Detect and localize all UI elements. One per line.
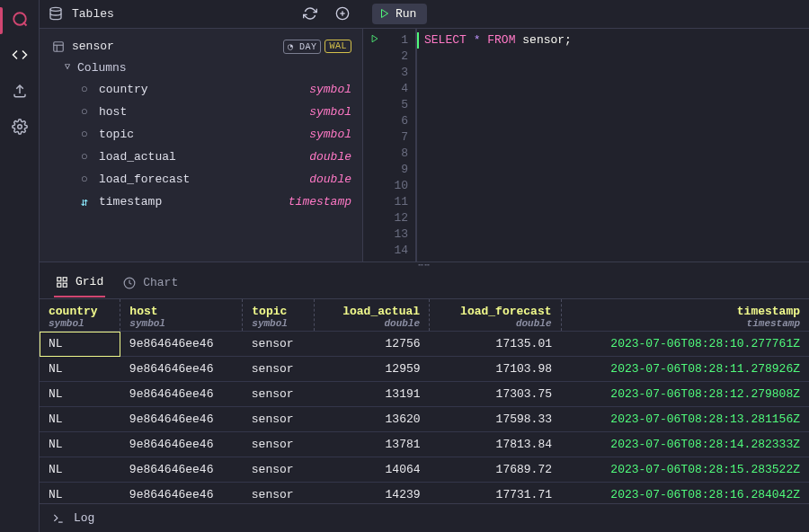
grid-header[interactable]: load_forecastdouble <box>430 299 561 332</box>
grid-header[interactable]: countrysymbol <box>40 299 120 332</box>
table-cell[interactable]: sensor <box>243 407 315 432</box>
table-cell[interactable]: 2023-07-06T08:28:16.284042Z <box>561 483 809 504</box>
grid-header-type: symbol <box>252 318 305 329</box>
table-cell[interactable]: sensor <box>243 432 315 457</box>
log-bar[interactable]: Log <box>40 503 809 532</box>
upload-icon[interactable] <box>12 83 28 99</box>
table-name: sensor <box>72 40 114 53</box>
table-cell[interactable]: NL <box>40 382 120 407</box>
table-cell[interactable]: NL <box>40 483 120 504</box>
table-cell[interactable]: 12959 <box>315 357 430 382</box>
table-cell[interactable]: 13191 <box>315 382 430 407</box>
line-gutter: 1234567891011121314 <box>387 29 417 262</box>
column-type: symbol <box>309 128 351 141</box>
table-cell[interactable]: 17813.84 <box>430 432 561 457</box>
table-cell[interactable]: 14064 <box>315 457 430 483</box>
table-row[interactable]: NL9e864646ee46sensor1362017598.332023-07… <box>40 407 809 432</box>
column-node[interactable]: ○hostsymbol <box>76 101 355 123</box>
table-cell[interactable]: 9e864646ee46 <box>120 382 243 407</box>
table-cell[interactable]: 9e864646ee46 <box>120 457 243 483</box>
table-cell[interactable]: 17103.98 <box>430 357 561 382</box>
partition-badge: DAY <box>283 40 322 54</box>
column-type: double <box>309 150 351 164</box>
table-row[interactable]: NL9e864646ee46sensor1319117303.752023-07… <box>40 382 809 407</box>
table-cell[interactable]: 2023-07-06T08:28:13.281156Z <box>561 407 809 432</box>
table-cell[interactable]: 2023-07-06T08:28:11.278926Z <box>561 357 809 382</box>
column-node[interactable]: ○load_forecastdouble <box>76 168 355 191</box>
sql-editor[interactable]: 1234567891011121314 SELECT * FROM sensor… <box>363 29 809 262</box>
sql-keyword: FROM <box>487 33 515 47</box>
table-cell[interactable]: sensor <box>243 357 315 382</box>
table-node[interactable]: sensor DAY WAL <box>49 36 355 58</box>
svg-rect-13 <box>63 278 67 281</box>
table-cell[interactable]: 17303.75 <box>430 382 561 407</box>
grid-header[interactable]: topicsymbol <box>243 299 315 332</box>
table-cell[interactable]: NL <box>40 357 120 382</box>
table-cell[interactable]: sensor <box>243 382 315 407</box>
table-row[interactable]: NL9e864646ee46sensor1406417689.722023-07… <box>40 457 809 483</box>
table-cell[interactable]: sensor <box>243 457 315 483</box>
column-node[interactable]: ○topicsymbol <box>76 123 355 146</box>
column-node[interactable]: ○load_actualdouble <box>76 146 355 168</box>
designated-ts-icon: ⇵ <box>79 195 90 209</box>
table-cell[interactable]: 2023-07-06T08:28:14.282333Z <box>561 432 809 457</box>
tables-title: Tables <box>72 7 114 21</box>
table-cell[interactable]: 9e864646ee46 <box>120 432 243 457</box>
table-cell[interactable]: sensor <box>243 332 315 357</box>
grid-header[interactable]: load_actualdouble <box>315 299 430 332</box>
table-row[interactable]: NL9e864646ee46sensor1378117813.842023-07… <box>40 432 809 457</box>
grid-header-type: symbol <box>49 318 111 329</box>
table-cell[interactable]: 17689.72 <box>430 457 561 483</box>
table-cell[interactable]: 2023-07-06T08:28:10.277761Z <box>561 332 809 357</box>
logo-icon <box>12 11 28 27</box>
grid-header-type: double <box>324 318 420 329</box>
svg-rect-15 <box>63 283 67 287</box>
result-grid[interactable]: countrysymbolhostsymboltopicsymbolload_a… <box>40 299 809 503</box>
grid-header[interactable]: timestamptimestamp <box>561 299 809 332</box>
column-node[interactable]: ⇵timestamptimestamp <box>76 191 355 214</box>
run-button-label: Run <box>396 7 416 21</box>
run-button[interactable]: Run <box>372 4 427 24</box>
grid-header-type: timestamp <box>571 318 800 329</box>
refresh-button[interactable] <box>298 3 322 24</box>
add-button[interactable] <box>331 3 354 24</box>
table-cell[interactable]: NL <box>40 407 120 432</box>
grid-header-name: timestamp <box>737 305 800 318</box>
grid-header[interactable]: hostsymbol <box>120 299 243 332</box>
table-cell[interactable]: 13781 <box>315 432 430 457</box>
table-cell[interactable]: 12756 <box>315 332 430 357</box>
table-row[interactable]: NL9e864646ee46sensor1295917103.982023-07… <box>40 357 809 382</box>
code-tab-icon[interactable] <box>12 47 28 63</box>
svg-rect-8 <box>54 41 64 51</box>
tab-chart[interactable]: Chart <box>121 269 180 297</box>
table-cell[interactable]: 9e864646ee46 <box>120 483 243 504</box>
settings-icon[interactable] <box>12 119 28 135</box>
table-cell[interactable]: NL <box>40 332 120 357</box>
code-area[interactable]: SELECT * FROM sensor; <box>417 29 809 262</box>
run-line-icon[interactable] <box>370 34 379 43</box>
table-cell[interactable]: 9e864646ee46 <box>120 332 243 357</box>
columns-label: Columns <box>77 61 127 75</box>
table-cell[interactable]: 17135.01 <box>430 332 561 357</box>
column-node[interactable]: ○countrysymbol <box>76 78 355 101</box>
table-row[interactable]: NL9e864646ee46sensor1423917731.712023-07… <box>40 483 809 504</box>
log-label: Log <box>74 511 94 525</box>
table-row[interactable]: NL9e864646ee46sensor1275617135.012023-07… <box>40 332 809 357</box>
columns-node[interactable]: ▽ Columns <box>61 58 355 78</box>
table-cell[interactable]: 13620 <box>315 407 430 432</box>
tab-grid[interactable]: Grid <box>54 268 105 297</box>
table-cell[interactable]: NL <box>40 457 120 483</box>
grid-header-name: host <box>129 305 157 318</box>
table-cell[interactable]: 9e864646ee46 <box>120 357 243 382</box>
table-cell[interactable]: 2023-07-06T08:28:12.279808Z <box>561 382 809 407</box>
table-cell[interactable]: 17731.71 <box>430 483 561 504</box>
column-name: topic <box>99 128 134 141</box>
table-cell[interactable]: 2023-07-06T08:28:15.283522Z <box>561 457 809 483</box>
grid-header-name: load_forecast <box>460 305 551 318</box>
table-cell[interactable]: NL <box>40 432 120 457</box>
column-type: double <box>309 173 351 186</box>
table-cell[interactable]: sensor <box>243 483 315 504</box>
table-cell[interactable]: 9e864646ee46 <box>120 407 243 432</box>
table-cell[interactable]: 17598.33 <box>430 407 561 432</box>
table-cell[interactable]: 14239 <box>315 483 430 504</box>
